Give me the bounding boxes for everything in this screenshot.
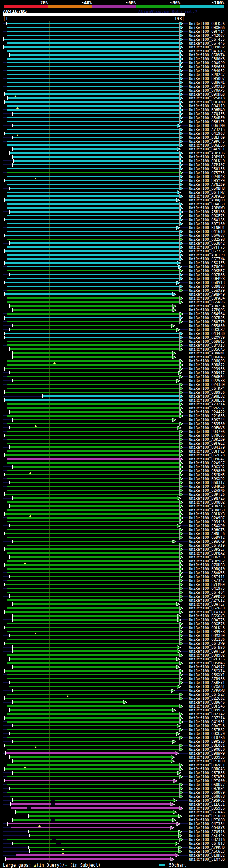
alignment-bar[interactable]: [13, 160, 179, 162]
alignment-bar[interactable]: [4, 584, 179, 585]
alignment-bar[interactable]: [10, 658, 176, 660]
alignment-bar[interactable]: [7, 509, 179, 511]
alignment-bar[interactable]: [7, 388, 179, 389]
alignment-bar[interactable]: [4, 392, 179, 393]
alignment-bar[interactable]: [4, 368, 179, 369]
alignment-bar[interactable]: [7, 74, 179, 75]
alignment-bar[interactable]: [4, 250, 179, 252]
alignment-bar[interactable]: [7, 290, 179, 291]
alignment-bar[interactable]: [12, 615, 177, 617]
alignment-bar[interactable]: [7, 231, 179, 232]
alignment-bar[interactable]: [10, 427, 177, 428]
alignment-bar[interactable]: [11, 803, 170, 805]
alignment-bar[interactable]: [12, 650, 177, 652]
alignment-bar[interactable]: [7, 721, 179, 723]
alignment-bar[interactable]: [7, 784, 179, 785]
alignment-bar[interactable]: [7, 674, 179, 675]
alignment-bar[interactable]: [7, 246, 179, 248]
alignment-bar[interactable]: [10, 756, 171, 758]
alignment-bar[interactable]: [7, 407, 179, 409]
alignment-bar[interactable]: [10, 556, 179, 558]
alignment-bar[interactable]: [6, 23, 179, 24]
alignment-bar[interactable]: [7, 297, 179, 299]
alignment-bar[interactable]: [7, 109, 179, 111]
alignment-bar[interactable]: [7, 415, 179, 417]
alignment-bar[interactable]: [7, 478, 179, 479]
alignment-bar[interactable]: [7, 678, 179, 679]
alignment-bar[interactable]: [7, 266, 178, 267]
alignment-bar[interactable]: [7, 568, 179, 570]
alignment-bar[interactable]: [5, 752, 175, 754]
alignment-bar[interactable]: [4, 333, 179, 334]
alignment-bar[interactable]: [7, 470, 179, 471]
alignment-bar[interactable]: [7, 254, 179, 256]
alignment-bar[interactable]: [5, 858, 170, 860]
alignment-bar[interactable]: [7, 168, 179, 169]
alignment-bar[interactable]: [7, 184, 179, 185]
alignment-bar[interactable]: [7, 364, 179, 366]
alignment-bar[interactable]: [7, 462, 179, 464]
alignment-bar[interactable]: [7, 172, 179, 173]
alignment-bar[interactable]: [12, 148, 177, 150]
alignment-bar[interactable]: [12, 760, 171, 762]
alignment-bar[interactable]: [7, 321, 179, 322]
alignment-bar[interactable]: [4, 513, 179, 515]
alignment-bar[interactable]: [12, 466, 179, 468]
alignment-bar[interactable]: [11, 807, 179, 809]
alignment-bar[interactable]: [12, 156, 179, 158]
alignment-bar[interactable]: [4, 533, 179, 534]
alignment-bar[interactable]: [10, 242, 179, 244]
alignment-bar[interactable]: [7, 121, 179, 122]
alignment-bar[interactable]: [7, 301, 179, 303]
alignment-bar[interactable]: [10, 635, 179, 636]
alignment-bar[interactable]: [12, 741, 172, 742]
alignment-bar[interactable]: [4, 768, 179, 770]
alignment-bar[interactable]: [12, 701, 123, 703]
alignment-bar[interactable]: [7, 344, 179, 346]
alignment-bar[interactable]: [4, 643, 179, 644]
alignment-bar[interactable]: [7, 70, 179, 71]
alignment-bar[interactable]: [7, 501, 179, 503]
alignment-bar[interactable]: [7, 376, 179, 377]
alignment-bar[interactable]: [4, 199, 176, 201]
alignment-bar[interactable]: [4, 670, 179, 672]
alignment-bar[interactable]: [7, 270, 179, 271]
alignment-bar[interactable]: [4, 293, 172, 295]
alignment-bar[interactable]: [7, 423, 179, 424]
alignment-bar[interactable]: [7, 42, 179, 44]
alignment-bar[interactable]: [7, 486, 179, 487]
alignment-bar[interactable]: [7, 360, 179, 362]
alignment-bar[interactable]: [12, 800, 173, 801]
alignment-bar[interactable]: [7, 439, 179, 440]
alignment-bar[interactable]: [10, 188, 179, 189]
alignment-bar[interactable]: [4, 39, 179, 40]
alignment-bar[interactable]: [10, 211, 179, 213]
alignment-bar[interactable]: [10, 596, 179, 597]
alignment-bar[interactable]: [10, 152, 179, 154]
alignment-bar[interactable]: [7, 117, 179, 118]
alignment-bar[interactable]: [12, 352, 172, 354]
alignment-bar[interactable]: [12, 497, 177, 499]
alignment-bar[interactable]: [7, 341, 179, 342]
alignment-bar[interactable]: [10, 329, 176, 330]
alignment-bar[interactable]: [7, 443, 179, 444]
alignment-bar[interactable]: [7, 631, 179, 632]
alignment-bar[interactable]: [12, 419, 172, 420]
alignment-bar[interactable]: [7, 203, 179, 205]
alignment-bar[interactable]: [4, 101, 179, 103]
alignment-bar[interactable]: [10, 348, 179, 350]
alignment-bar[interactable]: [7, 592, 179, 593]
alignment-bar[interactable]: [10, 788, 179, 789]
alignment-bar[interactable]: [7, 227, 176, 228]
alignment-bar[interactable]: [7, 580, 179, 581]
alignment-bar[interactable]: [7, 623, 179, 624]
alignment-bar[interactable]: [7, 31, 179, 32]
alignment-bar[interactable]: [7, 654, 179, 656]
alignment-bar[interactable]: [4, 133, 179, 134]
alignment-bar[interactable]: [7, 78, 179, 79]
alignment-bar[interactable]: [7, 737, 179, 738]
alignment-bar[interactable]: [4, 717, 179, 719]
alignment-bar[interactable]: [7, 560, 179, 562]
alignment-bar[interactable]: [4, 474, 179, 475]
alignment-bar[interactable]: [10, 576, 179, 577]
